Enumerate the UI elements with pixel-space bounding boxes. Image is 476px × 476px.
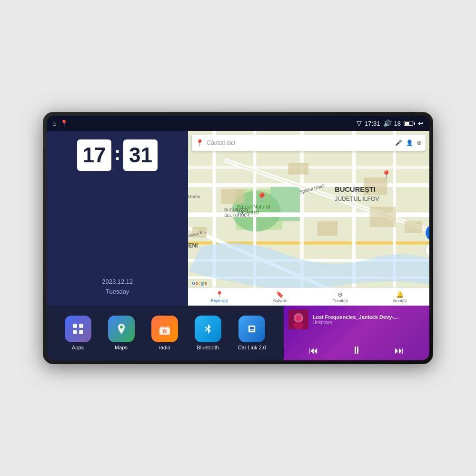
back-icon[interactable]: ↩ bbox=[418, 119, 424, 127]
maps-icon-wrapper bbox=[108, 316, 135, 342]
prev-button[interactable]: ⏮ bbox=[309, 345, 318, 356]
radio-icon: FM bbox=[158, 322, 172, 336]
app-icon-maps[interactable]: Maps bbox=[108, 316, 135, 350]
svg-rect-44 bbox=[73, 330, 77, 334]
layers-icon[interactable]: ⊛ bbox=[417, 139, 422, 146]
day-display: Tuesday bbox=[54, 287, 180, 297]
battery-icon bbox=[404, 121, 415, 126]
car-display-device: ⌂ 📍 ▽ 17:31 🔊 18 ↩ 17 bbox=[43, 112, 433, 364]
account-icon[interactable]: 👤 bbox=[406, 139, 413, 146]
app-icon-carlink[interactable]: Car Link 2.0 bbox=[238, 316, 266, 350]
svg-text:SECTORUL 4: SECTORUL 4 bbox=[224, 213, 249, 218]
svg-rect-42 bbox=[73, 324, 77, 328]
apps-label: Apps bbox=[72, 345, 84, 350]
svg-rect-54 bbox=[250, 327, 254, 329]
music-artist: Unknown bbox=[312, 320, 425, 325]
app-icon-bluetooth[interactable]: Bluetooth bbox=[195, 316, 221, 350]
signal-icon: ▽ bbox=[357, 119, 362, 127]
map-container[interactable]: TRAPEZULUI BUCUREȘTI JUDEȚUL ILFOV BERCE… bbox=[188, 131, 429, 306]
voice-search-icon[interactable]: 🎤 bbox=[395, 139, 402, 146]
explore-icon: 📍 bbox=[216, 291, 223, 298]
map-pin-icon: 📍 bbox=[196, 139, 204, 147]
svg-rect-19 bbox=[288, 163, 309, 174]
saved-icon: 🔖 bbox=[276, 291, 284, 298]
map-tab-explore[interactable]: 📍 Explorați bbox=[211, 291, 228, 303]
status-bar: ⌂ 📍 ▽ 17:31 🔊 18 ↩ bbox=[47, 116, 429, 131]
news-icon: 🔔 bbox=[396, 291, 404, 298]
map-tab-saved[interactable]: 🔖 Salvate bbox=[273, 291, 287, 303]
music-text: Lost Frequencies_Janieck Devy-... Unknow… bbox=[312, 314, 425, 325]
svg-text:Leroy Merlin: Leroy Merlin bbox=[188, 194, 200, 199]
map-svg: TRAPEZULUI BUCUREȘTI JUDEȚUL ILFOV BERCE… bbox=[188, 131, 429, 306]
svg-rect-45 bbox=[79, 330, 83, 334]
saved-label: Salvate bbox=[273, 298, 287, 303]
svg-rect-4 bbox=[188, 183, 429, 187]
map-panel[interactable]: TRAPEZULUI BUCUREȘTI JUDEȚUL ILFOV BERCE… bbox=[188, 131, 429, 306]
main-content: 17 : 31 2023.12.12 Tuesday bbox=[47, 131, 429, 306]
clock-colon: : bbox=[114, 144, 120, 163]
svg-rect-18 bbox=[221, 189, 245, 204]
send-label: Trimiteți bbox=[333, 298, 348, 303]
bluetooth-icon bbox=[201, 322, 215, 336]
explore-label: Explorați bbox=[211, 298, 228, 303]
clock-hours-block: 17 bbox=[77, 139, 111, 171]
date-section: 2023.12.12 Tuesday bbox=[54, 277, 180, 301]
send-icon: ⊕ bbox=[337, 291, 343, 298]
map-tab-send[interactable]: ⊕ Trimiteți bbox=[333, 291, 348, 303]
carlink-icon bbox=[245, 322, 258, 336]
clock-minutes-block: 31 bbox=[123, 139, 158, 171]
home-icon[interactable]: ⌂ bbox=[52, 119, 56, 127]
music-controls: ⏮ ⏸ ⏭ bbox=[288, 344, 425, 357]
bluetooth-icon-wrapper bbox=[195, 316, 221, 342]
clock-minutes: 31 bbox=[129, 143, 152, 167]
map-search-placeholder[interactable]: Căutați aici bbox=[207, 139, 392, 146]
svg-point-46 bbox=[120, 326, 123, 328]
status-time: 17:31 bbox=[365, 120, 380, 127]
carlink-label: Car Link 2.0 bbox=[238, 345, 266, 350]
svg-point-49 bbox=[164, 330, 166, 332]
svg-rect-43 bbox=[79, 324, 83, 328]
music-album-art bbox=[288, 309, 308, 329]
music-title: Lost Frequencies_Janieck Devy-... bbox=[312, 314, 425, 320]
left-panel-clock: 17 : 31 2023.12.12 Tuesday bbox=[47, 131, 188, 306]
svg-text:JUDEȚUL ILFOV: JUDEȚUL ILFOV bbox=[335, 196, 380, 202]
radio-icon-wrapper: FM bbox=[151, 316, 178, 342]
device-screen: ⌂ 📍 ▽ 17:31 🔊 18 ↩ 17 bbox=[47, 116, 429, 360]
svg-text:📍: 📍 bbox=[257, 192, 268, 203]
music-player: Lost Frequencies_Janieck Devy-... Unknow… bbox=[284, 306, 429, 360]
play-pause-button[interactable]: ⏸ bbox=[351, 344, 362, 357]
next-button[interactable]: ⏭ bbox=[395, 345, 404, 356]
bottom-strip: Apps Maps bbox=[47, 306, 429, 360]
bluetooth-label: Bluetooth bbox=[197, 345, 218, 350]
music-info-row: Lost Frequencies_Janieck Devy-... Unknow… bbox=[288, 309, 425, 329]
svg-rect-10 bbox=[213, 131, 216, 306]
app-icon-apps[interactable]: Apps bbox=[65, 316, 91, 350]
map-tab-news[interactable]: 🔔 Noutăți bbox=[393, 291, 407, 303]
maps-status-icon[interactable]: 📍 bbox=[60, 119, 68, 127]
date-display: 2023.12.12 bbox=[54, 277, 180, 287]
apps-grid-icon bbox=[71, 322, 85, 336]
apps-section: Apps Maps bbox=[47, 306, 284, 360]
maps-icon bbox=[115, 322, 128, 336]
apps-icon-wrapper bbox=[65, 316, 91, 342]
svg-text:📍: 📍 bbox=[382, 170, 392, 180]
google-logo: Google bbox=[192, 281, 207, 286]
svg-rect-22 bbox=[370, 207, 396, 227]
svg-text:BUCUREȘTI: BUCUREȘTI bbox=[335, 186, 376, 193]
news-label: Noutăți bbox=[393, 298, 407, 303]
volume-icon[interactable]: 🔊 bbox=[383, 119, 391, 127]
battery-level: 18 bbox=[394, 120, 401, 127]
radio-label: radio bbox=[159, 345, 170, 350]
svg-rect-23 bbox=[405, 221, 423, 233]
status-bar-right: ▽ 17:31 🔊 18 ↩ bbox=[357, 119, 424, 127]
svg-rect-21 bbox=[317, 221, 338, 236]
clock-widget: 17 : 31 bbox=[54, 139, 180, 171]
svg-rect-55 bbox=[250, 330, 254, 331]
svg-text:FM: FM bbox=[163, 325, 166, 328]
svg-point-58 bbox=[296, 315, 301, 321]
carlink-icon-wrapper bbox=[238, 316, 265, 342]
map-search-actions: 🎤 👤 ⊛ bbox=[395, 139, 422, 146]
clock-hours: 17 bbox=[83, 143, 106, 167]
app-icon-radio[interactable]: FM radio bbox=[151, 316, 178, 350]
map-search-bar[interactable]: 📍 Căutați aici 🎤 👤 ⊛ bbox=[192, 135, 426, 151]
